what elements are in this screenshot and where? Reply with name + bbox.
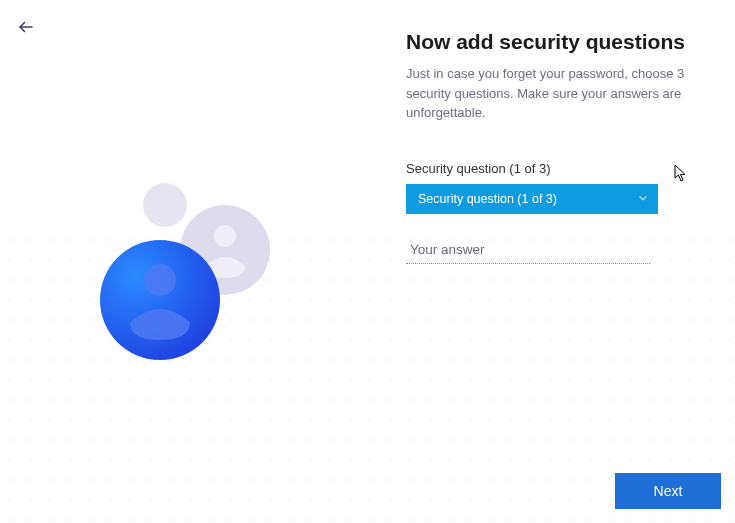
svg-point-1	[143, 183, 187, 227]
svg-point-5	[144, 264, 176, 296]
arrow-left-icon	[17, 18, 35, 39]
question-field-label: Security question (1 of 3)	[406, 161, 696, 176]
form-panel: Now add security questions Just in case …	[406, 30, 696, 264]
svg-point-3	[214, 225, 236, 247]
oobe-security-questions-page: Now add security questions Just in case …	[0, 0, 735, 523]
next-button[interactable]: Next	[615, 473, 721, 509]
security-question-dropdown[interactable]: Security question (1 of 3)	[406, 184, 658, 214]
page-subtitle: Just in case you forget your password, c…	[406, 64, 696, 123]
svg-point-4	[100, 240, 220, 360]
back-button[interactable]	[12, 14, 40, 42]
page-title: Now add security questions	[406, 30, 696, 54]
answer-input[interactable]	[406, 236, 650, 264]
chevron-down-icon	[638, 192, 648, 206]
user-illustration	[90, 180, 310, 400]
dropdown-selected-value: Security question (1 of 3)	[418, 192, 557, 206]
